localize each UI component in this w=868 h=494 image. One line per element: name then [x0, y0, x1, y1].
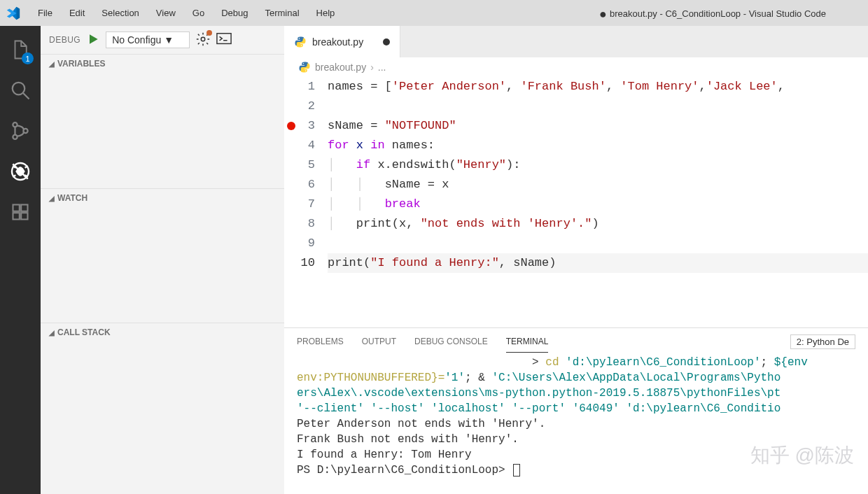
menu-edit[interactable]: Edit [61, 2, 93, 24]
tab-problems[interactable]: PROBLEMS [297, 331, 344, 352]
tab-bar: breakout.py [284, 26, 868, 57]
line-numbers: 1 2 3 4 5 6 7 8 9 10 [298, 77, 328, 327]
svg-point-16 [201, 37, 205, 41]
python-icon [298, 61, 311, 73]
menu-debug[interactable]: Debug [213, 2, 256, 24]
tab-terminal[interactable]: TERMINAL [506, 331, 549, 353]
panel-tabs: PROBLEMS OUTPUT DEBUG CONSOLE TERMINAL 2… [284, 328, 868, 355]
svg-rect-17 [217, 33, 231, 43]
activity-scm[interactable] [0, 111, 41, 151]
activity-extensions[interactable] [0, 192, 41, 232]
terminal-selector[interactable]: 2: Python De [790, 334, 855, 349]
activity-explorer[interactable]: 1 [0, 29, 41, 70]
terminal[interactable]: > cd 'd:\pylearn\C6_ConditionLoop'; ${en… [284, 355, 868, 494]
bottom-panel: PROBLEMS OUTPUT DEBUG CONSOLE TERMINAL 2… [284, 327, 868, 494]
debug-label: DEBUG [49, 35, 80, 45]
tab-label: breakout.py [312, 36, 363, 48]
svg-rect-15 [21, 205, 27, 211]
explorer-badge: 1 [22, 52, 34, 64]
tab-output[interactable]: OUTPUT [362, 331, 396, 352]
section-callstack: ◢ CALL STACK [41, 323, 284, 457]
vscode-logo-icon [6, 6, 21, 21]
section-header-variables[interactable]: ◢ VARIABLES [41, 55, 284, 73]
chevron-down-icon: ◢ [49, 195, 55, 202]
menu-terminal[interactable]: Terminal [256, 2, 307, 24]
menu-file[interactable]: File [29, 2, 61, 24]
breakpoint-icon[interactable] [287, 122, 295, 130]
section-header-callstack[interactable]: ◢ CALL STACK [41, 323, 284, 341]
dirty-indicator-icon [383, 38, 390, 45]
python-icon [294, 36, 307, 48]
debug-config-dropdown[interactable]: No Configu▼ [106, 31, 190, 48]
start-debug-button[interactable] [86, 32, 100, 48]
debug-sidebar: DEBUG No Configu▼ ◢ VARIABLES ◢ [41, 26, 284, 494]
menu-bar: File Edit Selection View Go Debug Termin… [29, 2, 343, 24]
svg-rect-12 [13, 205, 20, 211]
title-bar: File Edit Selection View Go Debug Termin… [0, 0, 868, 26]
section-watch: ◢ WATCH [41, 188, 284, 323]
svg-point-3 [13, 135, 17, 139]
section-variables: ◢ VARIABLES [41, 54, 284, 188]
code-content[interactable]: names = ['Peter Anderson', 'Frank Bush',… [328, 77, 868, 327]
cursor-icon [513, 464, 520, 477]
activity-bar: 1 [0, 26, 41, 494]
tab-debug-console[interactable]: DEBUG CONSOLE [414, 331, 488, 352]
svg-line-11 [13, 164, 27, 178]
section-header-watch[interactable]: ◢ WATCH [41, 189, 284, 207]
code-editor[interactable]: 1 2 3 4 5 6 7 8 9 10 names = ['Peter And… [284, 77, 868, 327]
activity-debug[interactable] [0, 151, 41, 192]
window-title: ●breakout.py - C6_ConditionLoop - Visual… [343, 6, 868, 20]
svg-rect-14 [21, 213, 27, 219]
menu-help[interactable]: Help [308, 2, 344, 24]
activity-search[interactable] [0, 70, 41, 111]
svg-point-0 [13, 83, 25, 95]
menu-view[interactable]: View [148, 2, 184, 24]
svg-rect-13 [13, 213, 20, 219]
chevron-down-icon: ◢ [49, 60, 55, 68]
svg-point-2 [13, 122, 17, 127]
breakpoint-gutter[interactable] [284, 77, 298, 327]
editor-area: breakout.py breakout.py › ... 1 2 3 4 [284, 26, 868, 494]
gear-icon[interactable] [195, 31, 211, 49]
menu-go[interactable]: Go [184, 2, 213, 24]
breadcrumb[interactable]: breakout.py › ... [284, 57, 868, 77]
svg-line-1 [23, 93, 29, 99]
debug-header: DEBUG No Configu▼ [41, 26, 284, 54]
tab-breakout[interactable]: breakout.py [284, 26, 400, 57]
debug-console-icon[interactable] [216, 32, 232, 48]
menu-selection[interactable]: Selection [93, 2, 147, 24]
chevron-down-icon: ◢ [49, 329, 55, 337]
